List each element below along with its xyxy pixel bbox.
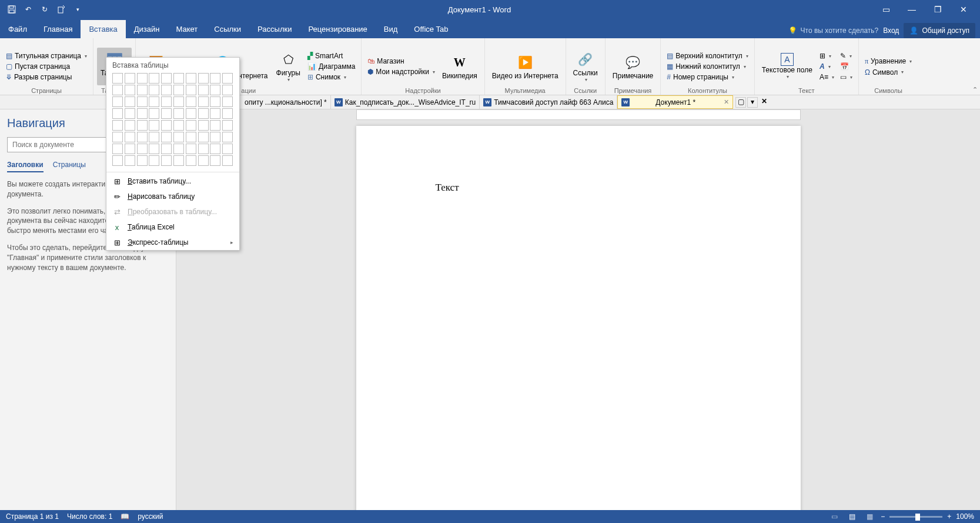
tab-design[interactable]: Дизайн <box>126 20 168 38</box>
table-grid-cell[interactable] <box>137 85 148 95</box>
smartart-button[interactable]: ▞SmartArt <box>305 51 357 61</box>
table-grid-cell[interactable] <box>125 73 135 84</box>
tab-officetab[interactable]: Office Tab <box>406 20 456 38</box>
sign-in-link[interactable]: Вход <box>883 26 899 35</box>
table-grid-cell[interactable] <box>112 85 123 95</box>
comment-icon: 💬 <box>624 53 643 72</box>
datetime-button[interactable]: 📅 <box>838 61 855 72</box>
chart-icon: 📊 <box>307 62 316 71</box>
table-grid-cell[interactable] <box>112 96 123 107</box>
store-button[interactable]: 🛍Магазин <box>365 56 437 66</box>
collapse-ribbon-button[interactable]: ⌃ <box>972 86 978 94</box>
quickparts-button[interactable]: ⊞▾ <box>817 51 837 61</box>
share-button[interactable]: 👤Общий доступ <box>904 23 975 38</box>
table-grid-cell[interactable] <box>198 73 209 84</box>
chart-button[interactable]: 📊Диаграмма <box>305 61 357 72</box>
blank-page-button[interactable]: ▢Пустая страница <box>4 61 89 72</box>
table-grid-cell[interactable] <box>222 96 233 107</box>
tab-layout[interactable]: Макет <box>168 20 206 38</box>
tell-me-search[interactable]: 💡Что вы хотите сделать? <box>788 26 879 35</box>
table-grid-cell[interactable] <box>149 96 159 107</box>
table-grid-cell[interactable] <box>137 96 148 107</box>
tab-insert[interactable]: Вставка <box>81 20 125 38</box>
tab-references[interactable]: Ссылки <box>206 20 249 38</box>
signature-button[interactable]: ✎▾ <box>838 51 855 61</box>
online-video-button[interactable]: ▶️Видео из Интернета <box>489 51 562 82</box>
table-grid-cell[interactable] <box>137 108 148 109</box>
undo-button[interactable]: ↶ <box>21 2 35 16</box>
footer-button[interactable]: ▦Нижний колонтитул▾ <box>664 61 750 72</box>
table-grid-cell[interactable] <box>222 108 233 109</box>
comment-button[interactable]: 💬Примечание <box>609 51 657 82</box>
table-grid-cell[interactable] <box>149 108 159 109</box>
doc-tab-2[interactable]: WКак_подписать_док..._WiseAdvice_IT_ru <box>331 95 480 109</box>
table-grid-cell[interactable] <box>210 108 220 109</box>
table-grid-cell[interactable] <box>125 96 135 107</box>
table-grid-cell[interactable] <box>112 108 123 109</box>
pagenum-button[interactable]: #Номер страницы▾ <box>664 72 750 82</box>
tab-list-button[interactable]: ▾ <box>747 97 758 108</box>
table-grid-cell[interactable] <box>210 73 220 84</box>
wordart-button[interactable]: A▾ <box>817 61 837 72</box>
table-grid-cell[interactable] <box>137 73 148 84</box>
header-button[interactable]: ▤Верхний колонтитул▾ <box>664 51 750 61</box>
table-grid-cell[interactable] <box>149 73 159 84</box>
table-grid-cell[interactable] <box>161 96 172 107</box>
object-button[interactable]: ▭▾ <box>838 72 855 82</box>
symbol-button[interactable]: ΩСимвол▾ <box>862 67 914 78</box>
save-button[interactable] <box>5 2 19 16</box>
table-grid-cell[interactable] <box>198 85 209 95</box>
doc-tab-4[interactable]: WДокумент1 *✕ <box>617 95 733 109</box>
tab-file[interactable]: Файл <box>0 20 35 38</box>
table-grid-cell[interactable] <box>186 96 196 107</box>
dropcap-button[interactable]: A≡▾ <box>817 72 837 82</box>
close-button[interactable]: ✕ <box>952 1 975 18</box>
doc-tab-3[interactable]: WТимчасовий доступ лайф 663 Алиса <box>480 95 617 109</box>
table-grid-cell[interactable] <box>198 108 209 109</box>
table-grid-cell[interactable] <box>173 108 184 109</box>
screenshot-button[interactable]: ⊞Снимок▾ <box>305 72 357 82</box>
table-grid-cell[interactable] <box>222 85 233 95</box>
doc-tab-1[interactable]: опиту ...кциональности] * <box>241 95 331 109</box>
table-grid-cell[interactable] <box>173 85 184 95</box>
redo-button[interactable]: ↻ <box>38 2 52 16</box>
shapes-button[interactable]: ⬠Фигуры▾ <box>273 48 304 85</box>
tab-review[interactable]: Рецензирование <box>300 20 375 38</box>
smartart-icon: ▞ <box>307 52 313 60</box>
wikipedia-button[interactable]: WВикипедия <box>439 51 481 82</box>
ribbon-options-button[interactable]: ▭ <box>874 1 898 18</box>
table-grid-cell[interactable] <box>161 108 172 109</box>
table-grid-cell[interactable] <box>112 73 123 84</box>
textbox-button[interactable]: AТекстовое поле▾ <box>758 51 816 82</box>
cover-page-button[interactable]: ▤Титульная страница▾ <box>4 51 89 61</box>
close-all-button[interactable]: ✕ <box>759 97 770 108</box>
table-grid-cell[interactable] <box>210 96 220 107</box>
page-break-button[interactable]: ⤋Разрыв страницы <box>4 72 89 82</box>
equation-button[interactable]: πУравнение▾ <box>862 56 914 67</box>
tab-mailings[interactable]: Рассылки <box>249 20 300 38</box>
table-grid-cell[interactable] <box>198 96 209 107</box>
qat-customize[interactable]: ▾ <box>71 2 85 16</box>
new-tab-button[interactable]: ▢ <box>735 97 746 108</box>
table-grid-cell[interactable] <box>186 108 196 109</box>
table-grid-cell[interactable] <box>161 73 172 84</box>
links-button[interactable]: 🔗Ссылки▾ <box>570 48 601 85</box>
table-size-grid[interactable] <box>106 73 239 109</box>
table-grid-cell[interactable] <box>125 85 135 95</box>
myaddins-button[interactable]: ⬢Мои надстройки▾ <box>365 66 437 77</box>
table-grid-cell[interactable] <box>161 85 172 95</box>
repeat-button[interactable] <box>54 2 68 16</box>
maximize-button[interactable]: ❐ <box>926 1 949 18</box>
close-tab-icon[interactable]: ✕ <box>724 98 729 106</box>
minimize-button[interactable]: — <box>900 1 924 18</box>
table-grid-cell[interactable] <box>222 73 233 84</box>
table-grid-cell[interactable] <box>149 85 159 95</box>
table-grid-cell[interactable] <box>125 108 135 109</box>
table-grid-cell[interactable] <box>173 73 184 84</box>
table-grid-cell[interactable] <box>210 85 220 95</box>
table-grid-cell[interactable] <box>186 73 196 84</box>
table-grid-cell[interactable] <box>186 85 196 95</box>
tab-view[interactable]: Вид <box>376 20 406 38</box>
tab-home[interactable]: Главная <box>35 20 81 38</box>
table-grid-cell[interactable] <box>173 96 184 107</box>
